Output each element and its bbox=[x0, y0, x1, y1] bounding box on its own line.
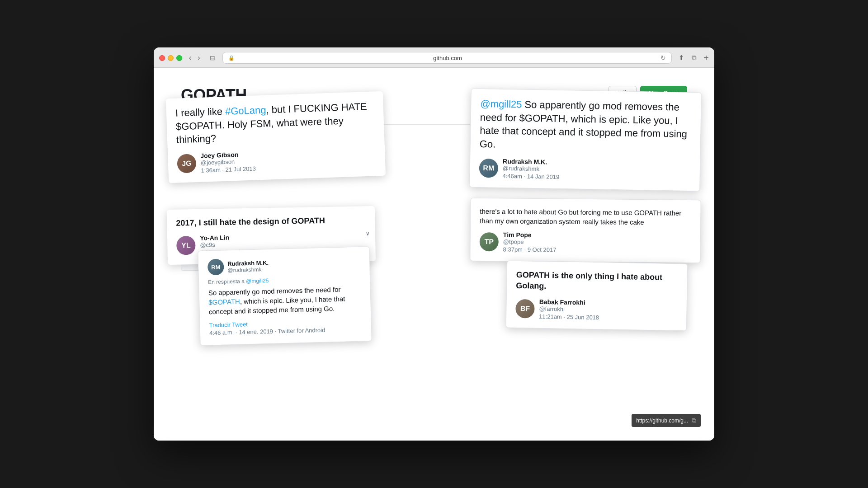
lock-icon: 🔒 bbox=[228, 55, 235, 61]
avatar-rudraksh: RM bbox=[479, 159, 499, 178]
tweet2-author-info: Rudraksh M.K. @rudrakshmk 4:46am · 14 Ja… bbox=[502, 158, 560, 180]
browser-window: ‹ › ⊟ 🔒 github.com ↻ ⬆ ⧉ + GOPATH Consta… bbox=[154, 47, 714, 441]
tab-options-button[interactable]: ⧉ bbox=[689, 53, 699, 63]
browser-chrome: ‹ › ⊟ 🔒 github.com ↻ ⬆ ⧉ + bbox=[154, 47, 714, 68]
tweets-overlay: I really like #GoLang, but I FUCKING HAT… bbox=[154, 68, 714, 441]
hashtag-golang: #GoLang bbox=[225, 104, 266, 117]
tweet1-text: I really like #GoLang, but I FUCKING HAT… bbox=[175, 99, 375, 146]
tweet4-time: 8:37pm · 9 Oct 2017 bbox=[503, 246, 557, 253]
share-button[interactable]: ⬆ bbox=[676, 53, 687, 63]
tweet1-author-info: Joey Gibson @joeygibson 1:36am · 21 Jul … bbox=[200, 150, 256, 174]
tweet4-author: TP Tim Pope @tpope 8:37pm · 9 Oct 2017 bbox=[480, 231, 691, 254]
translate-link[interactable]: Traducir Tweet bbox=[209, 318, 362, 329]
tweet1-author-handle: @joeygibson bbox=[201, 158, 256, 166]
url-text: github.com bbox=[237, 55, 658, 61]
back-button[interactable]: ‹ bbox=[187, 53, 193, 63]
add-tab-button[interactable]: + bbox=[703, 53, 709, 63]
tweet3-author-handle: @c9s bbox=[200, 241, 255, 249]
tweet5-header: RM Rudraksh M.K. @rudrakshmk bbox=[208, 255, 361, 276]
tweet6-text: GOPATH is the only thing I hate about Go… bbox=[516, 269, 678, 294]
collapse-button[interactable]: ∨ bbox=[366, 230, 370, 237]
avatar-joey: JG bbox=[177, 154, 196, 173]
close-button[interactable] bbox=[159, 55, 165, 61]
nav-buttons: ‹ › bbox=[187, 53, 203, 63]
reload-button[interactable]: ↻ bbox=[660, 54, 666, 61]
tweet6-author: BF Babak Farrokhi @farrokhi 11:21am · 25… bbox=[515, 297, 678, 322]
maximize-button[interactable] bbox=[176, 55, 182, 61]
tweet4-author-handle: @tpope bbox=[503, 238, 557, 245]
tweet4-author-name: Tim Pope bbox=[503, 231, 557, 239]
url-popup: https://github.com/g... ⧉ bbox=[632, 414, 701, 427]
tweet5-author-handle: @rudrakshmk bbox=[227, 266, 269, 273]
avatar-rudraksh2: RM bbox=[208, 259, 224, 276]
tweet6-time: 11:21am · 25 Jun 2018 bbox=[539, 313, 599, 320]
tweet4-text: there's a lot to hate about Go but forci… bbox=[480, 206, 691, 227]
forward-button[interactable]: › bbox=[195, 53, 202, 63]
tweet6-author-handle: @farrokhi bbox=[539, 305, 599, 313]
tweet1-author: JG Joey Gibson @joeygibson 1:36am · 21 J… bbox=[177, 146, 376, 174]
tweet6-author-info: Babak Farrokhi @farrokhi 11:21am · 25 Ju… bbox=[539, 298, 599, 320]
tweet4-author-info: Tim Pope @tpope 8:37pm · 9 Oct 2017 bbox=[503, 231, 557, 253]
reader-view-button[interactable]: ⊟ bbox=[207, 53, 218, 62]
gopath-mention: $GOPATH bbox=[208, 298, 240, 306]
page-content: GOPATH Constantine A. Murenin edited thi… bbox=[154, 68, 714, 441]
tweet-card-babak: GOPATH is the only thing I hate about Go… bbox=[506, 261, 688, 331]
tweet1-time: 1:36am · 21 Jul 2013 bbox=[201, 165, 256, 174]
reply-mention: @mgill25 bbox=[246, 277, 269, 284]
tweet5-reply-label: En respuesta a @mgill25 bbox=[208, 275, 361, 286]
avatar-yoan: YL bbox=[176, 236, 196, 255]
url-popup-text: https://github.com/g... bbox=[636, 418, 688, 424]
url-bar[interactable]: 🔒 github.com ↻ bbox=[222, 52, 672, 64]
copy-icon[interactable]: ⧉ bbox=[692, 417, 696, 424]
tweet2-author: RM Rudraksh M.K. @rudrakshmk 4:46am · 14… bbox=[479, 157, 691, 183]
minimize-button[interactable] bbox=[168, 55, 174, 61]
browser-actions: ⬆ ⧉ bbox=[676, 53, 699, 63]
traffic-lights bbox=[159, 55, 182, 61]
avatar-babak: BF bbox=[515, 299, 535, 318]
tweet5-author-info: Rudraksh M.K. @rudrakshmk bbox=[227, 259, 269, 273]
tweet3-text: 2017, I still hate the design of GOPATH bbox=[176, 214, 366, 229]
tweet-card-rudraksh-large: @mgill25 So apparently go mod removes th… bbox=[469, 89, 702, 192]
tweet-card-tim: there's a lot to hate about Go but forci… bbox=[470, 198, 701, 263]
tweet5-text: So apparently go mod removes the need fo… bbox=[208, 284, 362, 317]
tweet2-text: @mgill25 So apparently go mod removes th… bbox=[480, 97, 692, 155]
mention-mgill25: @mgill25 bbox=[480, 98, 522, 110]
tweet-card-rudraksh-spanish: RM Rudraksh M.K. @rudrakshmk En respuest… bbox=[198, 246, 372, 346]
tweet5-time: 4:46 a.m. · 14 ene. 2019 · Twitter for A… bbox=[209, 327, 326, 337]
tweet-card-joey: I really like #GoLang, but I FUCKING HAT… bbox=[166, 91, 386, 183]
tweet2-author-handle: @rudrakshmk bbox=[503, 165, 560, 173]
tweet2-time: 4:46am · 14 Jan 2019 bbox=[502, 173, 559, 180]
tweet5-via-text: Twitter for Android bbox=[278, 327, 325, 335]
avatar-tim: TP bbox=[480, 232, 499, 251]
